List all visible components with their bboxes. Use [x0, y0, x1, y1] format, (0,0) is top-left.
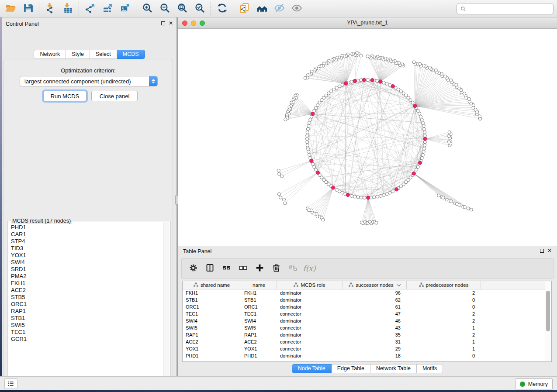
- column-header-MCDS-role[interactable]: MCDS role: [277, 281, 343, 289]
- table-row[interactable]: ORC1ORC1dominator610: [183, 303, 551, 310]
- cell-MCDS-role[interactable]: dominator: [277, 289, 343, 296]
- clone-network-button[interactable]: [235, 1, 253, 16]
- table-row[interactable]: PHD1PHD1dominator180: [183, 352, 551, 359]
- fit-content-button[interactable]: [173, 1, 191, 16]
- cell-predecessor-nodes[interactable]: 2: [407, 317, 481, 324]
- select-all-button[interactable]: [219, 261, 233, 276]
- import-network-button[interactable]: [42, 1, 59, 16]
- tab-motifs[interactable]: Motifs: [417, 364, 443, 373]
- cell-name[interactable]: YOX1: [241, 345, 277, 352]
- table-row[interactable]: SWI5SWI5connector431: [183, 324, 551, 331]
- mcds-result-item[interactable]: RAP1: [11, 308, 163, 315]
- optimization-criterion-select[interactable]: largest connected component (undirected): [20, 76, 158, 86]
- save-session-button[interactable]: [19, 1, 37, 16]
- cell-predecessor-nodes[interactable]: 0: [407, 352, 481, 359]
- cell-MCDS-role[interactable]: connector: [277, 345, 343, 352]
- table-row[interactable]: STB1STB1dominator620: [183, 296, 551, 303]
- cell-name[interactable]: ORC1: [241, 303, 277, 310]
- hide-selected-button[interactable]: [270, 1, 288, 16]
- mcds-result-item[interactable]: STP4: [11, 238, 163, 245]
- cell-shared-name[interactable]: PHD1: [183, 352, 241, 359]
- zoom-out-button[interactable]: [156, 1, 173, 16]
- cell-shared-name[interactable]: RAP1: [183, 331, 241, 338]
- mcds-result-item[interactable]: SRD1: [11, 266, 163, 273]
- cell-predecessor-nodes[interactable]: 2: [407, 310, 481, 317]
- search-input[interactable]: [469, 6, 550, 12]
- mcds-result-item[interactable]: PMA2: [11, 273, 163, 280]
- cell-shared-name[interactable]: SWI5: [183, 324, 241, 331]
- table-row[interactable]: RAP1RAP1dominator352: [183, 331, 551, 338]
- tab-network[interactable]: Network: [34, 50, 66, 59]
- mcds-result-list[interactable]: PHD1CAR1STP4TID3YOX1SWI4SRD1PMA2FKH1ACE2…: [7, 224, 163, 383]
- cell-successor-nodes[interactable]: 61: [343, 303, 407, 310]
- cell-shared-name[interactable]: ORC1: [183, 303, 241, 310]
- mcds-result-item[interactable]: SWI5: [11, 322, 163, 329]
- table-scrollbar-thumb[interactable]: [546, 291, 550, 331]
- table-row[interactable]: SWI4SWI4dominator462: [183, 317, 551, 324]
- first-neighbors-button[interactable]: [253, 1, 270, 16]
- import-table-button[interactable]: [59, 1, 76, 16]
- zoom-in-button[interactable]: [138, 1, 156, 16]
- float-panel-icon[interactable]: [161, 21, 165, 25]
- export-network-button[interactable]: [81, 1, 99, 16]
- cell-name[interactable]: PHD1: [241, 352, 277, 359]
- cell-predecessor-nodes[interactable]: 1: [407, 338, 481, 345]
- cell-successor-nodes[interactable]: 46: [343, 317, 407, 324]
- cell-successor-nodes[interactable]: 96: [343, 289, 407, 296]
- cell-name[interactable]: SWI5: [241, 324, 277, 331]
- cell-MCDS-role[interactable]: dominator: [277, 296, 343, 303]
- cell-MCDS-role[interactable]: dominator: [277, 331, 343, 338]
- mcds-result-scrollbar[interactable]: [163, 222, 170, 383]
- mcds-result-item[interactable]: SWI4: [11, 259, 163, 266]
- add-column-button[interactable]: [253, 261, 266, 276]
- cell-successor-nodes[interactable]: 62: [343, 296, 407, 303]
- open-session-button[interactable]: [2, 1, 19, 16]
- mcds-result-item[interactable]: YOX1: [11, 252, 163, 259]
- cell-predecessor-nodes[interactable]: 0: [407, 303, 481, 310]
- mcds-result-item[interactable]: TEC1: [11, 329, 163, 336]
- deselect-all-button[interactable]: [236, 261, 250, 276]
- run-mcds-button[interactable]: Run MCDS: [43, 91, 86, 101]
- column-header-successor-nodes[interactable]: successor nodes: [343, 281, 407, 289]
- cell-shared-name[interactable]: TEC1: [183, 310, 241, 317]
- cell-MCDS-role[interactable]: dominator: [277, 317, 343, 324]
- zoom-selected-button[interactable]: [191, 1, 208, 16]
- delete-column-button[interactable]: [269, 261, 283, 276]
- cell-MCDS-role[interactable]: dominator: [277, 303, 343, 310]
- cell-predecessor-nodes[interactable]: 2: [407, 331, 481, 338]
- cell-name[interactable]: RAP1: [241, 331, 277, 338]
- column-header-shared-name[interactable]: shared name: [183, 281, 241, 289]
- export-image-button[interactable]: [116, 1, 134, 16]
- cell-shared-name[interactable]: FKH1: [183, 289, 241, 296]
- mcds-result-item[interactable]: CAR1: [11, 231, 163, 238]
- mcds-result-item[interactable]: STB5: [11, 294, 163, 301]
- cell-successor-nodes[interactable]: 35: [343, 331, 407, 338]
- refresh-view-button[interactable]: [213, 1, 231, 16]
- search-box[interactable]: [457, 3, 554, 14]
- cell-successor-nodes[interactable]: 43: [343, 324, 407, 331]
- cell-shared-name[interactable]: ACE2: [183, 338, 241, 345]
- cell-successor-nodes[interactable]: 18: [343, 352, 407, 359]
- cell-MCDS-role[interactable]: dominator: [277, 352, 343, 359]
- mcds-result-item[interactable]: TID3: [11, 245, 163, 252]
- table-row[interactable]: ACE2ACE2connector311: [183, 338, 551, 345]
- cell-predecessor-nodes[interactable]: 2: [407, 289, 481, 296]
- float-table-panel-icon[interactable]: [540, 249, 544, 253]
- network-canvas[interactable]: [178, 29, 557, 246]
- table-scrollbar[interactable]: [545, 282, 551, 361]
- cell-successor-nodes[interactable]: 31: [343, 338, 407, 345]
- column-header-predecessor-nodes[interactable]: predecessor nodes: [407, 281, 481, 289]
- export-table-button[interactable]: [99, 1, 116, 16]
- tab-mcds[interactable]: MCDS: [117, 50, 145, 59]
- task-history-button[interactable]: [4, 378, 17, 389]
- cell-name[interactable]: FKH1: [241, 289, 277, 296]
- cell-MCDS-role[interactable]: connector: [277, 338, 343, 345]
- cell-name[interactable]: TEC1: [241, 310, 277, 317]
- cell-predecessor-nodes[interactable]: 0: [407, 296, 481, 303]
- mcds-result-item[interactable]: STB1: [11, 315, 163, 322]
- tab-select[interactable]: Select: [90, 50, 117, 59]
- column-header-name[interactable]: name: [241, 281, 277, 289]
- cell-MCDS-role[interactable]: connector: [277, 310, 343, 317]
- table-row[interactable]: YOX1YOX1connector291: [183, 345, 551, 352]
- cell-successor-nodes[interactable]: 29: [343, 345, 407, 352]
